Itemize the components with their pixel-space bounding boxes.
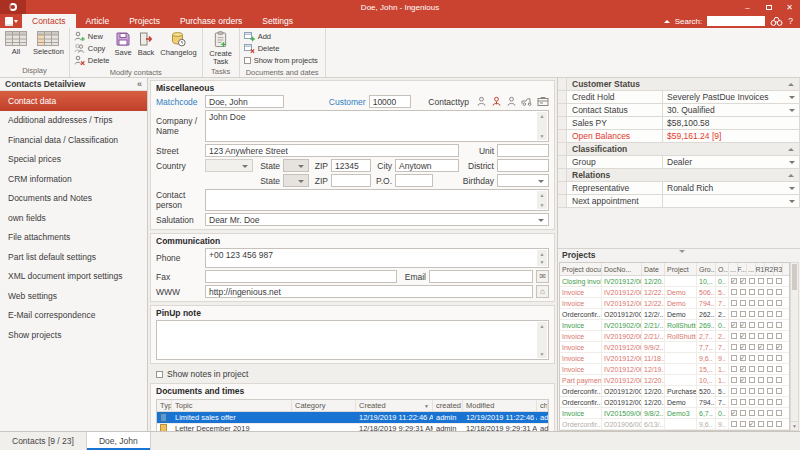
checkbox-checked-icon[interactable] [749,421,755,427]
contacttyp-cardfile-icon[interactable] [537,96,549,107]
collapse-ribbon-icon[interactable] [664,20,670,23]
checkbox-checked-icon[interactable] [740,377,746,383]
property-value[interactable]: $58,100.58 [663,117,799,129]
delete-document-button[interactable]: Delete [244,43,318,54]
project-row[interactable]: Orderconfir... O201912/0068 12/2/.. Demo… [560,309,789,320]
scroll-up-icon[interactable]: ▲ [540,323,545,329]
project-row[interactable]: Invoice IV201902/00.. 2/21/.. RollShutte… [560,320,789,331]
ribbon-tab[interactable]: Purchase orders [170,14,252,28]
footer-tab[interactable]: Doe, John [87,432,151,450]
birthday-select[interactable] [497,174,549,187]
project-row[interactable]: Part paymen... IV201912/00.. 12/20.. 10,… [560,375,789,386]
checkbox-unchecked-icon[interactable] [758,289,764,295]
country-select[interactable] [205,159,253,172]
scroll-up-icon[interactable]: ▲ [540,251,545,257]
property-row[interactable]: Group Dealer [558,156,800,169]
checkbox-checked-icon[interactable] [740,355,746,361]
ribbon-tab[interactable]: Article [76,14,120,28]
checkbox-unchecked-icon[interactable] [758,388,764,394]
new-contact-button[interactable]: New [74,31,110,42]
contacttyp-person2-icon[interactable] [506,96,517,107]
po-field[interactable] [395,174,433,187]
search-input[interactable] [707,16,765,26]
property-value[interactable]: $59,161.24 [9] [663,130,799,142]
customer-link[interactable]: Customer [329,97,366,107]
checkbox-unchecked-icon[interactable] [749,388,755,394]
column-header[interactable]: Category [292,400,356,411]
project-row[interactable]: Invoice IV201902/00.. 2/21/.. RollShutte… [560,331,789,342]
checkbox-unchecked-icon[interactable] [776,289,782,295]
checkbox-unchecked-icon[interactable] [749,366,755,372]
collapse-section-icon[interactable] [788,174,794,177]
checkbox-unchecked-icon[interactable] [740,399,746,405]
send-email-button[interactable]: ✉ [536,270,549,283]
checkbox-unchecked-icon[interactable] [767,399,773,405]
sidebar-item[interactable]: Financial data / Classification [0,130,147,150]
checkbox-unchecked-icon[interactable] [749,377,755,383]
checkbox-unchecked-icon[interactable] [758,399,764,405]
property-row[interactable]: Open Balances $59,161.24 [9] [558,130,800,143]
file-menu-button[interactable] [0,14,22,28]
footer-tab[interactable]: Contacts [9 / 23] [0,432,87,450]
checkbox-checked-icon[interactable] [740,333,746,339]
salutation-select[interactable]: Dear Mr. Doe [205,213,549,226]
checkbox-checked-icon[interactable] [758,344,764,350]
column-header[interactable]: F... [738,263,747,275]
sidebar-item[interactable]: CRM information [0,169,147,189]
splitter-handle-icon[interactable] [679,250,685,253]
checkbox-unchecked-icon[interactable] [776,355,782,361]
column-header[interactable]: R2 [765,263,774,275]
column-header[interactable]: created f... [433,400,463,411]
checkbox-unchecked-icon[interactable] [731,311,737,317]
scroll-down-icon[interactable]: ▼ [540,351,545,357]
checkbox-unchecked-icon[interactable] [749,410,755,416]
project-row[interactable]: Invoice IV201912/00.. 12/22.. Demo 794..… [560,298,789,309]
ribbon-tab[interactable]: Projects [119,14,170,28]
property-value[interactable] [663,195,799,207]
district-field[interactable] [497,159,549,172]
zip2-field[interactable] [331,174,371,187]
checkbox-unchecked-icon[interactable] [740,388,746,394]
property-row[interactable]: Contact Status 30. Qualified [558,104,800,117]
binoculars-search-icon[interactable] [770,16,783,27]
checkbox-unchecked-icon[interactable] [776,410,782,416]
zip-field[interactable]: 12345 [331,159,371,172]
scroll-down-icon[interactable]: ▼ [540,202,545,208]
street-field[interactable]: 123 Anywhere Street [205,144,459,157]
checkbox-unchecked-icon[interactable] [767,421,773,427]
phone-field[interactable]: +00 123 456 987 ▲▼ [205,248,549,268]
checkbox-unchecked-icon[interactable] [767,333,773,339]
minimize-button[interactable]: – [737,0,758,14]
checkbox-unchecked-icon[interactable] [767,289,773,295]
checkbox-unchecked-icon[interactable] [767,344,773,350]
checkbox-unchecked-icon[interactable] [767,366,773,372]
maximize-button[interactable] [758,0,779,14]
collapse-section-icon[interactable] [788,148,794,151]
checkbox-unchecked-icon[interactable] [749,311,755,317]
column-header[interactable]: Project docu... [560,263,602,275]
create-task-button[interactable]: Create Task [205,29,237,67]
dropdown-icon[interactable] [789,109,795,112]
column-header[interactable]: ... [747,263,756,275]
property-row[interactable]: Next appointment [558,195,800,208]
add-document-button[interactable]: Add [244,31,318,42]
checkbox-unchecked-icon[interactable] [767,388,773,394]
checkbox-unchecked-icon[interactable] [731,399,737,405]
pinup-note-field[interactable]: ▲▼ [156,320,549,360]
column-header[interactable]: Gro... [697,263,716,275]
sidebar-item[interactable]: Part list default settings [0,247,147,267]
checkbox-unchecked-icon[interactable] [749,278,755,284]
all-button[interactable]: All [2,29,30,56]
checkbox-unchecked-icon[interactable] [758,355,764,361]
checkbox-unchecked-icon[interactable] [731,377,737,383]
sidebar-item[interactable]: XML document import settings [0,267,147,287]
checkbox-unchecked-icon[interactable] [731,421,737,427]
checkbox-unchecked-icon[interactable] [749,322,755,328]
ribbon-tab[interactable]: Contacts [22,14,76,28]
save-button[interactable]: Save [112,29,135,57]
sidebar-item[interactable]: own fields [0,208,147,228]
checkbox-unchecked-icon[interactable] [767,410,773,416]
checkbox-checked-icon[interactable] [740,322,746,328]
checkbox-unchecked-icon[interactable] [749,344,755,350]
delete-contact-button[interactable]: Delete [74,55,110,66]
